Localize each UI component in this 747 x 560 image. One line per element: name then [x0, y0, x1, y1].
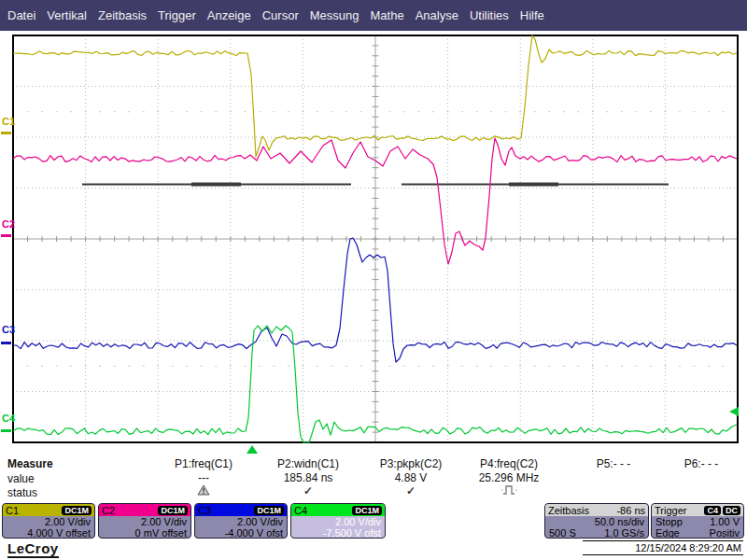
- measure-header-p3[interactable]: P3:pkpk(C2): [355, 457, 467, 470]
- c1-scale: 2.00 V/div: [45, 516, 91, 527]
- channel-descriptor-c4[interactable]: C4 DC1M 2.00 V/div -7.500 V ofst: [290, 503, 386, 539]
- check-icon: ✓: [303, 484, 313, 497]
- c3-scale: 2.00 V/div: [237, 516, 283, 527]
- c2-name: C2: [102, 505, 115, 516]
- c2-scale: 2.00 V/div: [141, 516, 187, 527]
- measure-header-p1[interactable]: P1:freq(C1): [148, 457, 260, 470]
- timebase-samples: 500 S: [549, 527, 576, 539]
- measure-title: Measure: [7, 457, 53, 470]
- trigger-mode: Stopp: [655, 516, 683, 527]
- channel-zero-markers: [1, 132, 11, 432]
- c4-scale: 2.00 V/div: [335, 516, 381, 527]
- c3-coupling-badge: DC1M: [254, 506, 284, 515]
- waveform-display: [0, 0, 747, 501]
- measure-header-p6[interactable]: P6:- - -: [645, 457, 747, 470]
- graticule: [13, 35, 739, 442]
- channel-label-c3: C3: [2, 325, 15, 335]
- measure-status-p4: [453, 484, 565, 497]
- trigger-source-badge: C4: [704, 506, 721, 515]
- measure-header-p2[interactable]: P2:widn(C1): [252, 457, 364, 470]
- c2-offset: 0 mV offset: [135, 527, 187, 539]
- check-icon: ✓: [406, 484, 416, 497]
- measure-status-row-label: status: [7, 486, 37, 499]
- channel-descriptor-c2[interactable]: C2 DC1M 2.00 V/div 0 mV offset: [98, 503, 191, 539]
- trigger-time-marker-icon[interactable]: [247, 445, 258, 454]
- measure-status-p2: ✓: [252, 484, 364, 497]
- measure-value-p3: 4.88 V: [355, 471, 467, 484]
- pulse-icon: [501, 484, 517, 495]
- trigger-descriptor[interactable]: Trigger C4 DC Stopp1.00 V EdgePositiv: [651, 503, 744, 539]
- trigger-type: Edge: [655, 527, 680, 539]
- channel-descriptor-c3[interactable]: C3 DC1M 2.00 V/div -4.000 V ofst: [194, 503, 288, 539]
- c2-coupling-badge: DC1M: [158, 506, 188, 515]
- measure-status-p1: [148, 484, 260, 498]
- c1-offset: 4.000 V offset: [27, 527, 91, 539]
- timebase-title: Zeitbasis: [548, 505, 589, 516]
- datetime-display: 12/15/2024 8:29:20 AM: [583, 540, 743, 555]
- measure-value-p2: 185.84 ns: [252, 471, 364, 484]
- lecroy-logo: LeCroy: [7, 541, 59, 558]
- trigger-level: 1.00 V: [710, 516, 740, 527]
- timebase-delay: -86 ns: [616, 505, 645, 516]
- timebase-descriptor[interactable]: Zeitbasis -86 ns 50.0 ns/div 500 S1.0 GS…: [544, 503, 649, 539]
- measure-header-p4[interactable]: P4:freq(C2): [453, 457, 565, 470]
- channel-label-c4: C4: [2, 413, 15, 424]
- c1-coupling-badge: DC1M: [62, 506, 92, 515]
- measure-value-p1: ---: [148, 471, 260, 484]
- oscilloscope-screen: Datei Vertikal Zeitbasis Trigger Anzeige…: [0, 0, 747, 560]
- c4-name: C4: [294, 505, 307, 516]
- c3-name: C3: [198, 505, 211, 516]
- trigger-slope: Positiv: [710, 527, 740, 539]
- c4-coupling-badge: DC1M: [352, 506, 382, 515]
- channel-label-c2: C2: [2, 219, 15, 230]
- measure-value-p4: 25.296 MHz: [453, 471, 565, 484]
- trigger-level-marker-icon[interactable]: [729, 407, 739, 416]
- trigger-coupling-badge: DC: [723, 506, 740, 515]
- warning-icon: [197, 484, 210, 496]
- measure-value-row-label: value: [7, 472, 35, 485]
- channel-descriptor-c1[interactable]: C1 DC1M 2.00 V/div 4.000 V offset: [2, 503, 95, 539]
- c4-offset: -7.500 V ofst: [323, 527, 381, 539]
- channel-label-c1: C1: [2, 117, 15, 127]
- timebase-scale: 50.0 ns/div: [595, 516, 644, 527]
- c1-name: C1: [6, 505, 19, 516]
- trigger-title: Trigger: [655, 505, 686, 516]
- measure-status-p3: ✓: [355, 484, 467, 497]
- c3-offset: -4.000 V ofst: [225, 527, 283, 539]
- timebase-rate: 1.0 GS/s: [604, 527, 644, 539]
